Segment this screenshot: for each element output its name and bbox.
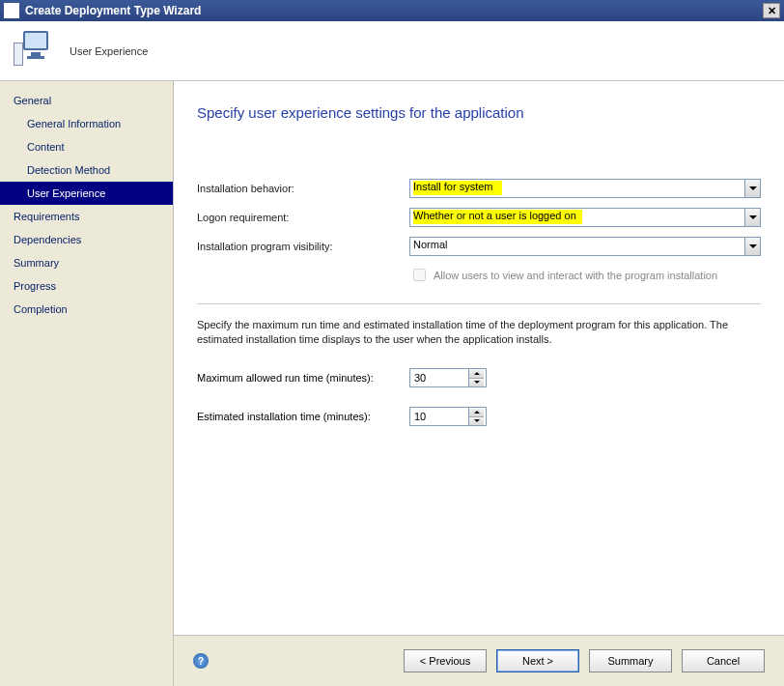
spin-up-icon[interactable]: [469, 408, 484, 417]
install-behavior-select[interactable]: Install for system: [409, 179, 761, 198]
next-button[interactable]: Next >: [496, 649, 579, 672]
spin-down-icon[interactable]: [469, 379, 484, 387]
app-icon: [4, 3, 19, 18]
spin-down-icon[interactable]: [469, 417, 484, 426]
step-label: User Experience: [70, 45, 148, 57]
sidebar-item-content[interactable]: Content: [0, 135, 173, 158]
spin-up-icon[interactable]: [469, 369, 484, 379]
sidebar-item-user-experience[interactable]: User Experience: [0, 182, 173, 205]
install-behavior-label: Installation behavior:: [197, 183, 409, 194]
allow-interact-label: Allow users to view and interact with th…: [434, 270, 717, 281]
sidebar-item-general-info[interactable]: General Information: [0, 112, 173, 135]
max-runtime-spinner[interactable]: [409, 368, 487, 387]
sidebar-item-detection[interactable]: Detection Method: [0, 158, 173, 182]
logon-req-label: Logon requirement:: [197, 212, 409, 223]
titlebar: Create Deployment Type Wizard ✕: [0, 0, 784, 21]
logon-req-select[interactable]: Whether or not a user is logged on: [409, 208, 761, 227]
runtime-description: Specify the maximum run time and estimat…: [197, 318, 761, 347]
sidebar-item-general[interactable]: General: [0, 89, 173, 112]
sidebar-item-progress[interactable]: Progress: [0, 274, 173, 298]
allow-interact-checkbox: [413, 269, 426, 281]
visibility-label: Installation program visibility:: [197, 241, 409, 252]
est-time-label: Estimated installation time (minutes):: [197, 411, 409, 422]
est-time-spinner[interactable]: [409, 407, 487, 426]
sidebar-item-completion[interactable]: Completion: [0, 298, 173, 321]
wizard-sidebar: General General Information Content Dete…: [0, 81, 174, 686]
divider: [197, 303, 761, 304]
page-title: Specify user experience settings for the…: [197, 104, 761, 121]
computer-icon: [14, 31, 54, 71]
visibility-select[interactable]: Normal: [409, 237, 761, 256]
main-panel: Specify user experience settings for the…: [174, 81, 784, 686]
sidebar-item-summary[interactable]: Summary: [0, 251, 173, 274]
wizard-header: User Experience: [0, 21, 784, 81]
help-icon[interactable]: ?: [193, 653, 209, 669]
sidebar-item-dependencies[interactable]: Dependencies: [0, 228, 173, 251]
cancel-button[interactable]: Cancel: [682, 649, 765, 672]
est-time-input[interactable]: [410, 408, 468, 425]
sidebar-item-requirements[interactable]: Requirements: [0, 205, 173, 228]
previous-button[interactable]: < Previous: [404, 649, 487, 672]
window-title: Create Deployment Type Wizard: [25, 4, 201, 17]
max-runtime-label: Maximum allowed run time (minutes):: [197, 372, 409, 384]
summary-button[interactable]: Summary: [589, 649, 672, 672]
max-runtime-input[interactable]: [410, 369, 468, 386]
wizard-footer: ? < Previous Next > Summary Cancel: [174, 635, 784, 686]
close-button[interactable]: ✕: [763, 3, 780, 18]
